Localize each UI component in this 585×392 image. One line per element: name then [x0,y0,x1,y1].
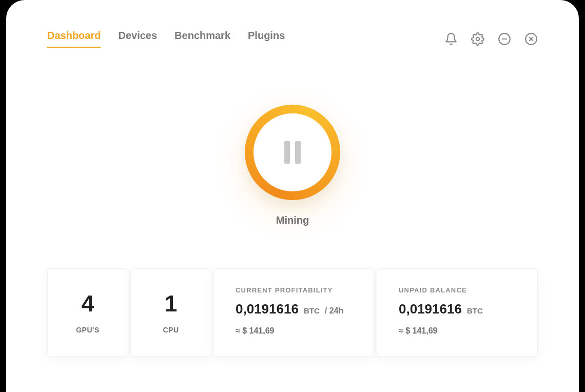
card-gpus: 4 GPU'S [47,268,128,357]
card-balance: UNPAID BALANCE 0,0191616 BTC ≈ $ 141,69 [377,268,538,357]
gpus-label: GPU'S [76,326,100,334]
profitability-approx: ≈ $ 141,69 [236,326,353,336]
tab-dashboard[interactable]: Dashboard [47,30,101,48]
profitability-period: / 24h [325,306,343,316]
tab-plugins[interactable]: Plugins [248,30,285,48]
balance-unit: BTC [467,306,483,315]
mining-toggle-button[interactable] [245,105,340,200]
card-cpu: 1 CPU [130,268,211,357]
pause-icon [254,113,332,191]
minimize-icon[interactable] [498,32,511,46]
tab-benchmark[interactable]: Benchmark [174,30,230,48]
tab-devices[interactable]: Devices [118,30,157,48]
cpu-label: CPU [163,326,179,334]
gpus-count: 4 [82,291,94,317]
header: Dashboard Devices Benchmark Plugins [47,30,538,48]
mining-status-label: Mining [276,214,309,226]
balance-approx: ≈ $ 141,69 [399,326,516,336]
cpu-count: 1 [165,291,177,317]
close-icon[interactable] [524,32,538,46]
card-profitability: CURRENT PROFITABILITY 0,0191616 BTC / 24… [213,268,375,357]
app-window: Dashboard Devices Benchmark Plugins [6,0,579,392]
stats-row: 4 GPU'S 1 CPU CURRENT PROFITABILITY 0,01… [47,268,538,357]
profitability-label: CURRENT PROFITABILITY [236,286,353,294]
header-actions [444,32,538,46]
gear-icon[interactable] [471,32,484,46]
mining-section: Mining [47,105,538,226]
profitability-value: 0,0191616 [236,301,299,317]
balance-label: UNPAID BALANCE [399,286,516,294]
tab-bar: Dashboard Devices Benchmark Plugins [47,30,285,48]
bell-icon[interactable] [444,32,458,46]
svg-point-0 [476,37,480,41]
balance-value: 0,0191616 [399,301,462,317]
profitability-unit: BTC [304,306,320,315]
